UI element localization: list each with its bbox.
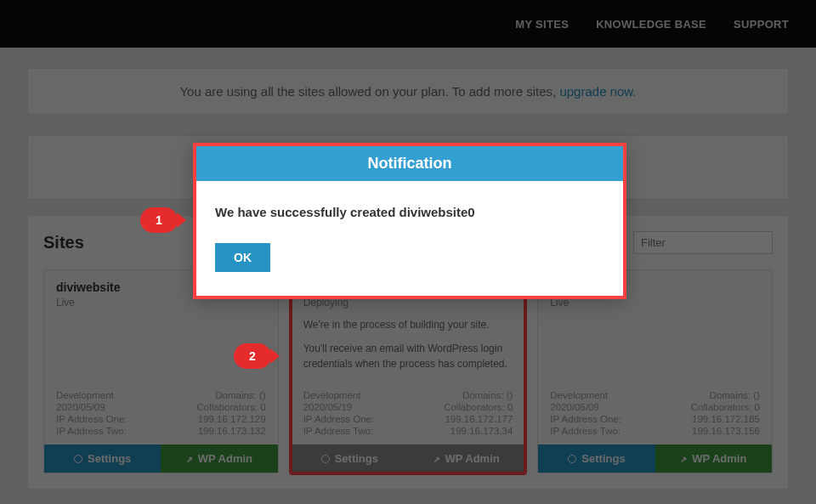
- wp-admin-button[interactable]: ↗WP Admin: [655, 445, 772, 473]
- meta-collab: Collaborators: 0: [444, 402, 513, 412]
- meta-ip2-label: IP Address Two:: [550, 426, 621, 436]
- deploy-message-1: We're in the process of building your si…: [303, 317, 513, 332]
- site-cards: diviwebsite Live Development 2020/05/09 …: [43, 269, 773, 473]
- settings-button[interactable]: Settings: [44, 445, 161, 473]
- external-link-icon: ↗: [434, 452, 440, 465]
- meta-date: 2020/05/09: [56, 402, 128, 412]
- nav-my-sites[interactable]: MY SITES: [515, 18, 569, 31]
- ok-button[interactable]: OK: [215, 243, 270, 272]
- gear-icon: [74, 455, 82, 463]
- annotation-pin-1: 1: [140, 207, 178, 233]
- gear-icon: [321, 455, 330, 463]
- meta-dev: Development: [303, 390, 375, 400]
- meta-domains: Domains: (): [691, 390, 760, 400]
- notification-modal: Notification We have successfully create…: [193, 143, 626, 299]
- site-card: diviwebsite2 Live Development 2020/05/09…: [537, 269, 773, 473]
- meta-date: 2020/05/19: [303, 402, 375, 412]
- meta-ip1-label: IP Address One:: [550, 414, 621, 424]
- annotation-pin-2: 2: [234, 343, 271, 369]
- external-link-icon: ↗: [680, 452, 687, 465]
- wp-admin-button[interactable]: ↗WP Admin: [408, 445, 524, 473]
- nav-knowledge-base[interactable]: KNOWLEDGE BASE: [596, 18, 706, 31]
- meta-domains: Domains: (): [196, 390, 265, 400]
- meta-collab: Collaborators: 0: [691, 402, 760, 412]
- modal-title: Notification: [196, 146, 623, 181]
- meta-dev: Development: [550, 390, 621, 400]
- meta-ip2: 199.16.173.156: [691, 426, 760, 436]
- settings-button[interactable]: Settings: [292, 445, 408, 473]
- meta-collab: Collaborators: 0: [196, 402, 265, 412]
- site-card: diviwebsite0 Deploying We're in the proc…: [291, 269, 526, 473]
- external-link-icon: ↗: [186, 452, 193, 465]
- meta-ip1: 199.16.172.185: [691, 414, 760, 424]
- filter-input[interactable]: [633, 231, 773, 254]
- settings-button[interactable]: Settings: [538, 445, 654, 473]
- nav-support[interactable]: SUPPORT: [734, 18, 789, 31]
- meta-dev: Development: [56, 390, 128, 400]
- meta-ip2-label: IP Address Two:: [303, 426, 375, 436]
- meta-ip2-label: IP Address Two:: [56, 426, 128, 436]
- deploy-message-2: You'll receive an email with WordPress l…: [303, 341, 513, 371]
- meta-ip1-label: IP Address One:: [303, 414, 375, 424]
- meta-ip2: 199.16.173.132: [196, 426, 265, 436]
- wp-admin-button[interactable]: ↗WP Admin: [161, 445, 277, 473]
- upgrade-link[interactable]: upgrade now.: [559, 84, 636, 99]
- meta-ip1: 199.16.172.177: [444, 414, 513, 424]
- modal-message: We have successfully created diviwebsite…: [215, 205, 604, 219]
- meta-ip1: 199.16.172.129: [196, 414, 265, 424]
- site-card: diviwebsite Live Development 2020/05/09 …: [43, 269, 279, 473]
- meta-ip1-label: IP Address One:: [56, 414, 128, 424]
- plan-alert: You are using all the sites allowed on y…: [27, 68, 789, 115]
- meta-domains: Domains: (): [444, 390, 513, 400]
- meta-ip2: 199.16.173.34: [444, 426, 513, 436]
- panel-title: Sites: [43, 233, 84, 252]
- meta-date: 2020/05/09: [550, 402, 621, 412]
- alert-text: You are using all the sites allowed on y…: [179, 84, 559, 99]
- gear-icon: [568, 455, 576, 463]
- top-nav: MY SITES KNOWLEDGE BASE SUPPORT: [0, 0, 816, 48]
